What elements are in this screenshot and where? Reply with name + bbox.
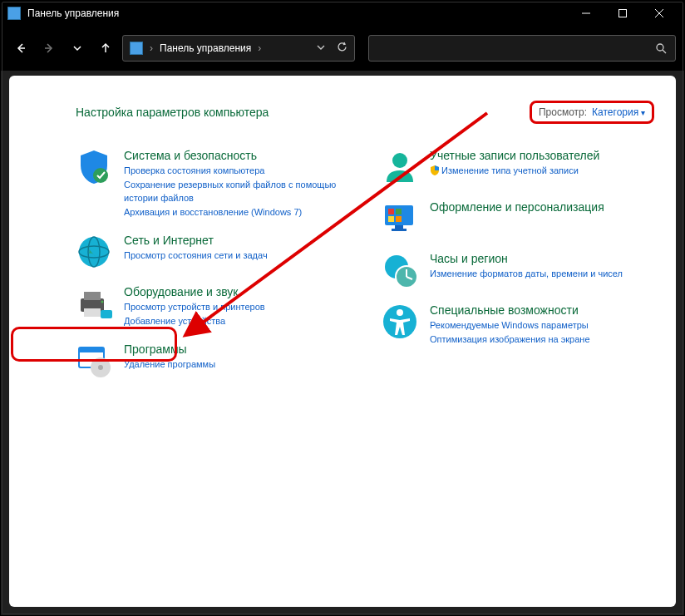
breadcrumb-separator: › <box>258 42 261 54</box>
minimize-button[interactable] <box>568 1 604 26</box>
svg-rect-17 <box>101 310 112 318</box>
svg-rect-15 <box>84 308 101 317</box>
category-appearance: Оформление и персонализация <box>382 200 654 237</box>
svg-rect-25 <box>396 209 402 214</box>
svg-point-7 <box>657 44 663 51</box>
category-link[interactable]: Сохранение резервных копий файлов с помо… <box>124 178 348 205</box>
control-panel-icon <box>130 42 143 55</box>
maximize-button[interactable] <box>604 1 641 26</box>
titlebar: Панель управления <box>1 1 684 26</box>
address-bar[interactable]: › Панель управления › <box>122 35 355 62</box>
category-title[interactable]: Сеть и Интернет <box>124 234 348 247</box>
svg-point-22 <box>392 153 407 168</box>
search-icon <box>655 42 667 54</box>
category-accessibility: Специальные возможности Рекомендуемые Wi… <box>382 303 654 346</box>
svg-rect-23 <box>385 205 413 225</box>
recent-dropdown[interactable] <box>66 37 89 60</box>
category-link[interactable]: Изменение форматов даты, времени и чисел <box>430 267 654 281</box>
programs-icon <box>76 342 112 379</box>
globe-icon <box>76 234 112 270</box>
category-link[interactable]: Просмотр устройств и принтеров <box>124 300 348 314</box>
shield-badge-icon <box>430 165 440 175</box>
category-programs: Программы Удаление программы <box>76 342 348 379</box>
shield-icon <box>76 149 112 185</box>
user-icon <box>382 149 418 185</box>
clock-icon <box>382 252 418 288</box>
svg-rect-24 <box>388 209 394 214</box>
breadcrumb-separator: › <box>150 42 153 54</box>
svg-point-10 <box>79 237 109 267</box>
category-title[interactable]: Система и безопасность <box>124 149 348 162</box>
control-panel-icon <box>7 7 21 20</box>
svg-point-16 <box>101 301 104 303</box>
view-by-value[interactable]: Категория <box>592 106 645 118</box>
printer-icon <box>76 285 112 322</box>
svg-rect-1 <box>619 10 627 17</box>
svg-rect-27 <box>396 216 402 222</box>
category-title[interactable]: Специальные возможности <box>430 303 654 317</box>
refresh-button[interactable] <box>337 42 347 55</box>
category-column-left: Система и безопасность Проверка состояни… <box>76 149 348 394</box>
address-dropdown-icon[interactable] <box>317 42 325 54</box>
view-by-selector[interactable]: Просмотр: Категория <box>530 101 654 124</box>
category-link[interactable]: Архивация и восстановление (Windows 7) <box>124 205 348 219</box>
back-button[interactable] <box>9 37 32 60</box>
category-title[interactable]: Оборудование и звук <box>124 285 348 298</box>
category-link[interactable]: Оптимизация изображения на экране <box>430 333 654 347</box>
category-user-accounts: Учетные записи пользователей Изменение т… <box>382 149 654 185</box>
svg-rect-28 <box>395 225 403 229</box>
forward-button[interactable] <box>37 37 61 60</box>
category-network: Сеть и Интернет Просмотр состояния сети … <box>76 234 348 270</box>
category-clock-region: Часы и регион Изменение форматов даты, в… <box>382 252 654 288</box>
page-title: Настройка параметров компьютера <box>76 106 269 119</box>
category-link[interactable]: Добавление устройства <box>124 314 348 328</box>
category-title[interactable]: Оформление и персонализация <box>430 200 654 214</box>
window-title: Панель управления <box>27 7 119 19</box>
category-column-right: Учетные записи пользователей Изменение т… <box>382 149 654 394</box>
content-area: Настройка параметров компьютера Просмотр… <box>9 76 676 607</box>
view-by-label: Просмотр: <box>539 106 587 118</box>
svg-point-21 <box>98 365 103 370</box>
category-title[interactable]: Учетные записи пользователей <box>430 149 654 162</box>
accessibility-icon <box>382 303 418 340</box>
category-link[interactable]: Изменение типа учетной записи <box>430 164 654 178</box>
up-button[interactable] <box>94 37 117 60</box>
close-button[interactable] <box>641 1 678 26</box>
breadcrumb-root[interactable]: Панель управления <box>160 42 251 54</box>
monitor-icon <box>382 200 418 237</box>
category-system-security: Система и безопасность Проверка состояни… <box>76 149 348 219</box>
category-link[interactable]: Проверка состояния компьютера <box>124 164 348 178</box>
svg-point-35 <box>397 309 403 316</box>
svg-rect-19 <box>79 347 104 352</box>
category-link[interactable]: Просмотр состояния сети и задач <box>124 249 348 263</box>
svg-point-9 <box>93 168 108 183</box>
category-title[interactable]: Программы <box>124 342 348 356</box>
svg-rect-14 <box>84 292 101 300</box>
svg-rect-29 <box>392 229 407 231</box>
svg-line-8 <box>663 50 666 53</box>
svg-rect-26 <box>388 216 394 222</box>
category-title[interactable]: Часы и регион <box>430 252 654 265</box>
category-hardware: Оборудование и звук Просмотр устройств и… <box>76 285 348 328</box>
navbar: › Панель управления › <box>1 26 684 71</box>
search-bar[interactable] <box>368 35 676 62</box>
category-link[interactable]: Удаление программы <box>124 357 348 372</box>
category-link[interactable]: Рекомендуемые Windows параметры <box>430 318 654 333</box>
